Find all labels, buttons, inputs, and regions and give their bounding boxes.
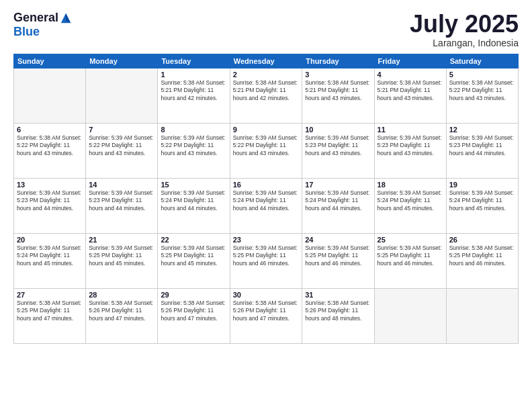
day-info: Sunrise: 5:39 AM Sunset: 5:25 PM Dayligh… [233, 244, 300, 267]
day-number: 21 [89, 236, 154, 244]
day-info: Sunrise: 5:39 AM Sunset: 5:24 PM Dayligh… [378, 189, 443, 212]
header: General Blue July 2025 Larangan, Indones… [13, 11, 519, 48]
day-number: 12 [449, 126, 515, 134]
day-info: Sunrise: 5:39 AM Sunset: 5:23 PM Dayligh… [449, 134, 515, 157]
calendar-week-3: 13Sunrise: 5:39 AM Sunset: 5:23 PM Dayli… [14, 178, 519, 233]
calendar-cell: 21Sunrise: 5:39 AM Sunset: 5:25 PM Dayli… [86, 233, 158, 288]
day-info: Sunrise: 5:39 AM Sunset: 5:24 PM Dayligh… [305, 189, 371, 212]
day-info: Sunrise: 5:38 AM Sunset: 5:26 PM Dayligh… [89, 300, 154, 322]
calendar-cell: 16Sunrise: 5:39 AM Sunset: 5:24 PM Dayli… [230, 178, 302, 233]
calendar-cell: 29Sunrise: 5:38 AM Sunset: 5:26 PM Dayli… [158, 288, 230, 343]
header-sunday: Sunday [14, 54, 86, 68]
calendar-week-1: 1Sunrise: 5:38 AM Sunset: 5:21 PM Daylig… [14, 68, 519, 123]
calendar-cell: 22Sunrise: 5:39 AM Sunset: 5:25 PM Dayli… [158, 233, 230, 288]
title-block: July 2025 Larangan, Indonesia [410, 11, 519, 48]
calendar-cell [86, 68, 158, 123]
day-info: Sunrise: 5:39 AM Sunset: 5:25 PM Dayligh… [89, 244, 154, 267]
day-number: 6 [17, 126, 83, 134]
calendar-cell: 19Sunrise: 5:39 AM Sunset: 5:24 PM Dayli… [446, 178, 518, 233]
day-info: Sunrise: 5:38 AM Sunset: 5:21 PM Dayligh… [378, 79, 443, 102]
day-info: Sunrise: 5:39 AM Sunset: 5:25 PM Dayligh… [378, 244, 443, 267]
day-number: 8 [161, 126, 226, 134]
calendar-cell: 14Sunrise: 5:39 AM Sunset: 5:23 PM Dayli… [86, 178, 158, 233]
calendar-week-4: 20Sunrise: 5:39 AM Sunset: 5:24 PM Dayli… [14, 233, 519, 288]
calendar: Sunday Monday Tuesday Wednesday Thursday… [13, 54, 519, 344]
header-monday: Monday [86, 54, 158, 68]
logo: General Blue [13, 11, 72, 39]
calendar-cell: 26Sunrise: 5:38 AM Sunset: 5:25 PM Dayli… [446, 233, 518, 288]
calendar-cell: 5Sunrise: 5:38 AM Sunset: 5:22 PM Daylig… [446, 68, 518, 123]
month-title: July 2025 [410, 11, 519, 38]
day-info: Sunrise: 5:38 AM Sunset: 5:21 PM Dayligh… [161, 79, 226, 102]
day-info: Sunrise: 5:38 AM Sunset: 5:26 PM Dayligh… [161, 300, 226, 322]
day-number: 19 [449, 181, 515, 189]
day-number: 22 [161, 236, 226, 244]
day-info: Sunrise: 5:39 AM Sunset: 5:24 PM Dayligh… [161, 189, 226, 212]
calendar-cell: 4Sunrise: 5:38 AM Sunset: 5:21 PM Daylig… [374, 68, 446, 123]
day-number: 26 [449, 236, 515, 244]
day-number: 13 [17, 181, 83, 189]
day-number: 31 [305, 291, 371, 299]
day-info: Sunrise: 5:39 AM Sunset: 5:24 PM Dayligh… [449, 189, 515, 212]
calendar-cell: 13Sunrise: 5:39 AM Sunset: 5:23 PM Dayli… [14, 178, 86, 233]
day-number: 5 [449, 71, 515, 79]
day-info: Sunrise: 5:38 AM Sunset: 5:26 PM Dayligh… [305, 300, 371, 322]
calendar-cell: 8Sunrise: 5:39 AM Sunset: 5:22 PM Daylig… [158, 123, 230, 178]
calendar-cell: 6Sunrise: 5:38 AM Sunset: 5:22 PM Daylig… [14, 123, 86, 178]
day-number: 25 [378, 236, 443, 244]
calendar-cell: 31Sunrise: 5:38 AM Sunset: 5:26 PM Dayli… [302, 288, 374, 343]
day-number: 2 [233, 71, 300, 79]
page: General Blue July 2025 Larangan, Indones… [0, 0, 532, 411]
day-number: 24 [305, 236, 371, 244]
day-number: 16 [233, 181, 300, 189]
day-info: Sunrise: 5:38 AM Sunset: 5:21 PM Dayligh… [305, 79, 371, 102]
weekday-header-row: Sunday Monday Tuesday Wednesday Thursday… [14, 54, 519, 68]
calendar-cell: 1Sunrise: 5:38 AM Sunset: 5:21 PM Daylig… [158, 68, 230, 123]
logo-blue: Blue [13, 25, 40, 39]
day-info: Sunrise: 5:39 AM Sunset: 5:22 PM Dayligh… [233, 134, 300, 157]
header-thursday: Thursday [302, 54, 374, 68]
day-number: 1 [161, 71, 226, 79]
day-info: Sunrise: 5:39 AM Sunset: 5:23 PM Dayligh… [305, 134, 371, 157]
day-info: Sunrise: 5:38 AM Sunset: 5:21 PM Dayligh… [233, 79, 300, 102]
calendar-cell: 15Sunrise: 5:39 AM Sunset: 5:24 PM Dayli… [158, 178, 230, 233]
location: Larangan, Indonesia [410, 38, 519, 48]
calendar-cell: 17Sunrise: 5:39 AM Sunset: 5:24 PM Dayli… [302, 178, 374, 233]
day-info: Sunrise: 5:39 AM Sunset: 5:23 PM Dayligh… [89, 189, 154, 212]
header-friday: Friday [374, 54, 446, 68]
calendar-cell: 18Sunrise: 5:39 AM Sunset: 5:24 PM Dayli… [374, 178, 446, 233]
calendar-cell [14, 68, 86, 123]
calendar-cell: 11Sunrise: 5:39 AM Sunset: 5:23 PM Dayli… [374, 123, 446, 178]
day-info: Sunrise: 5:38 AM Sunset: 5:22 PM Dayligh… [449, 79, 515, 102]
day-info: Sunrise: 5:39 AM Sunset: 5:24 PM Dayligh… [233, 189, 300, 212]
day-number: 11 [378, 126, 443, 134]
day-info: Sunrise: 5:39 AM Sunset: 5:25 PM Dayligh… [161, 244, 226, 267]
day-number: 18 [378, 181, 443, 189]
day-number: 7 [89, 126, 154, 134]
day-number: 28 [89, 291, 154, 299]
header-tuesday: Tuesday [158, 54, 230, 68]
day-number: 14 [89, 181, 154, 189]
day-number: 9 [233, 126, 300, 134]
day-number: 3 [305, 71, 371, 79]
day-number: 15 [161, 181, 226, 189]
calendar-cell: 20Sunrise: 5:39 AM Sunset: 5:24 PM Dayli… [14, 233, 86, 288]
day-info: Sunrise: 5:39 AM Sunset: 5:25 PM Dayligh… [305, 244, 371, 267]
logo-icon [60, 12, 72, 24]
day-number: 30 [233, 291, 300, 299]
day-info: Sunrise: 5:38 AM Sunset: 5:26 PM Dayligh… [233, 300, 300, 322]
day-number: 20 [17, 236, 83, 244]
calendar-cell: 3Sunrise: 5:38 AM Sunset: 5:21 PM Daylig… [302, 68, 374, 123]
calendar-cell: 2Sunrise: 5:38 AM Sunset: 5:21 PM Daylig… [230, 68, 302, 123]
day-info: Sunrise: 5:38 AM Sunset: 5:25 PM Dayligh… [17, 300, 83, 322]
day-number: 10 [305, 126, 371, 134]
calendar-week-5: 27Sunrise: 5:38 AM Sunset: 5:25 PM Dayli… [14, 288, 519, 343]
day-number: 23 [233, 236, 300, 244]
calendar-cell: 12Sunrise: 5:39 AM Sunset: 5:23 PM Dayli… [446, 123, 518, 178]
day-info: Sunrise: 5:39 AM Sunset: 5:23 PM Dayligh… [378, 134, 443, 157]
day-number: 17 [305, 181, 371, 189]
calendar-week-2: 6Sunrise: 5:38 AM Sunset: 5:22 PM Daylig… [14, 123, 519, 178]
calendar-cell [446, 288, 518, 343]
calendar-cell: 27Sunrise: 5:38 AM Sunset: 5:25 PM Dayli… [14, 288, 86, 343]
day-info: Sunrise: 5:39 AM Sunset: 5:22 PM Dayligh… [161, 134, 226, 157]
